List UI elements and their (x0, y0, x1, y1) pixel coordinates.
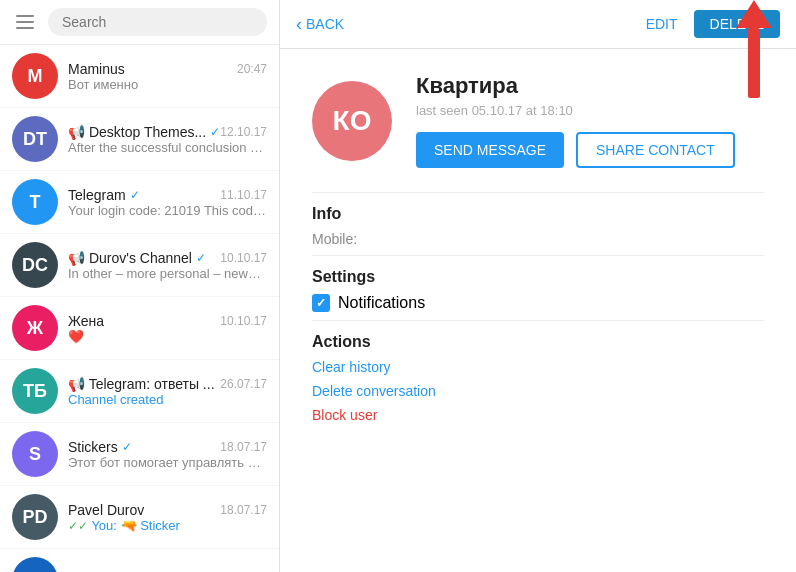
chat-name: Maminus (68, 61, 125, 77)
divider-3 (312, 320, 764, 321)
chat-preview: Channel created (68, 392, 267, 407)
notifications-row: Notifications (312, 294, 764, 312)
chat-time: 20:47 (237, 62, 267, 76)
block-user-link[interactable]: Block user (312, 407, 764, 423)
chat-item-telegram[interactable]: T Telegram✓ 11.10.17 Your login code: 21… (0, 171, 279, 234)
header-actions: EDIT DELETE (646, 10, 780, 38)
chat-preview: Вот именно (68, 77, 267, 92)
chat-content: 📢 Desktop Themes...✓ 12.10.17 After the … (68, 124, 267, 155)
chat-name: 📢 Durov's Channel✓ (68, 250, 206, 266)
avatar: PD (12, 494, 58, 540)
chat-content: Maminus 20:47 Вот именно (68, 61, 267, 92)
sidebar-header (0, 0, 279, 45)
search-input[interactable] (48, 8, 267, 36)
detail-header: ‹ BACK EDIT DELETE (280, 0, 796, 49)
send-message-button[interactable]: SEND MESSAGE (416, 132, 564, 168)
back-arrow-icon: ‹ (296, 14, 302, 35)
notifications-checkbox[interactable] (312, 294, 330, 312)
chat-time: 26.07.17 (220, 377, 267, 391)
chat-content: 📢 Durov's Channel✓ 10.10.17 In other – m… (68, 250, 267, 281)
chat-item-telegram-otvety[interactable]: ТБ 📢 Telegram: ответы ... 26.07.17 Chann… (0, 360, 279, 423)
profile-info: Квартира last seen 05.10.17 at 18:10 SEN… (416, 73, 764, 168)
chat-item-durovs-channel[interactable]: DC 📢 Durov's Channel✓ 10.10.17 In other … (0, 234, 279, 297)
avatar: M (12, 53, 58, 99)
edit-button[interactable]: EDIT (646, 16, 678, 32)
profile-status: last seen 05.10.17 at 18:10 (416, 103, 764, 118)
avatar: DT (12, 116, 58, 162)
hamburger-menu[interactable] (12, 11, 38, 33)
back-button[interactable]: ‹ BACK (296, 14, 344, 35)
chat-name: Telegram✓ (68, 187, 140, 203)
actions-section-title: Actions (312, 333, 764, 351)
chat-time: 10.10.17 (220, 314, 267, 328)
chat-name: 📢 Telegram: ответы ... (68, 376, 215, 392)
chat-time: 18.07.17 (220, 503, 267, 517)
chat-time: 12.10.17 (220, 125, 267, 139)
chat-content: 📢 Telegram: ответы ... 26.07.17 Channel … (68, 376, 267, 407)
avatar: UA (12, 557, 58, 572)
chat-item-maminus[interactable]: M Maminus 20:47 Вот именно (0, 45, 279, 108)
chat-preview: ✓✓ You: 🔫 Sticker (68, 518, 267, 533)
delete-conversation-link[interactable]: Delete conversation (312, 383, 764, 399)
chat-item-desktop-themes[interactable]: DT 📢 Desktop Themes...✓ 12.10.17 After t… (0, 108, 279, 171)
chat-top: Pavel Durov 18.07.17 (68, 502, 267, 518)
chat-time: 11.10.17 (220, 188, 267, 202)
chat-name: 📢 Desktop Themes...✓ (68, 124, 220, 140)
clear-history-link[interactable]: Clear history (312, 359, 764, 375)
chat-item-zhena[interactable]: Ж Жена 10.10.17 ❤️ (0, 297, 279, 360)
chat-content: Stickers✓ 18.07.17 Этот бот помогает упр… (68, 439, 267, 470)
chat-top: Stickers✓ 18.07.17 (68, 439, 267, 455)
chat-name: Жена (68, 313, 104, 329)
avatar: S (12, 431, 58, 477)
share-contact-button[interactable]: SHARE CONTACT (576, 132, 735, 168)
chat-content: Telegram✓ 11.10.17 Your login code: 2101… (68, 187, 267, 218)
chat-top: 📢 Telegram: ответы ... 26.07.17 (68, 376, 267, 392)
profile-actions: SEND MESSAGE SHARE CONTACT (416, 132, 764, 168)
avatar: Ж (12, 305, 58, 351)
avatar: T (12, 179, 58, 225)
delete-button[interactable]: DELETE (694, 10, 780, 38)
back-label: BACK (306, 16, 344, 32)
detail-body: КО Квартира last seen 05.10.17 at 18:10 … (280, 49, 796, 572)
chat-item-ukrainian[interactable]: UA Ukrainian (0, 549, 279, 572)
mobile-label: Mobile: (312, 231, 764, 247)
avatar: ТБ (12, 368, 58, 414)
chat-time: 10.10.17 (220, 251, 267, 265)
detail-panel: ‹ BACK EDIT DELETE КО Квартира last seen… (280, 0, 796, 572)
chat-top: Telegram✓ 11.10.17 (68, 187, 267, 203)
chat-preview: After the successful conclusion of... (68, 140, 267, 155)
notifications-label: Notifications (338, 294, 425, 312)
chat-top: Жена 10.10.17 (68, 313, 267, 329)
chat-top: 📢 Desktop Themes...✓ 12.10.17 (68, 124, 267, 140)
sidebar: M Maminus 20:47 Вот именно DT 📢 Desktop … (0, 0, 280, 572)
profile-avatar: КО (312, 81, 392, 161)
chat-preview: Этот бот помогает управлять ст... (68, 455, 267, 470)
chat-preview: ❤️ (68, 329, 267, 344)
info-section-title: Info (312, 205, 764, 223)
divider-2 (312, 255, 764, 256)
chat-name: Pavel Durov (68, 502, 144, 518)
chat-top: Maminus 20:47 (68, 61, 267, 77)
chat-preview: In other – more personal – news, ... (68, 266, 267, 281)
profile-section: КО Квартира last seen 05.10.17 at 18:10 … (312, 73, 764, 168)
chat-time: 18.07.17 (220, 440, 267, 454)
chat-content: Жена 10.10.17 ❤️ (68, 313, 267, 344)
chat-item-stickers[interactable]: S Stickers✓ 18.07.17 Этот бот помогает у… (0, 423, 279, 486)
profile-name: Квартира (416, 73, 764, 99)
chat-content: Pavel Durov 18.07.17 ✓✓ You: 🔫 Sticker (68, 502, 267, 533)
chat-item-pavel-durov[interactable]: PD Pavel Durov 18.07.17 ✓✓ You: 🔫 Sticke… (0, 486, 279, 549)
avatar: DC (12, 242, 58, 288)
chat-top: 📢 Durov's Channel✓ 10.10.17 (68, 250, 267, 266)
settings-section-title: Settings (312, 268, 764, 286)
chat-name: Stickers✓ (68, 439, 132, 455)
chat-preview: Your login code: 21019 This code ... (68, 203, 267, 218)
divider-1 (312, 192, 764, 193)
chat-list: M Maminus 20:47 Вот именно DT 📢 Desktop … (0, 45, 279, 572)
